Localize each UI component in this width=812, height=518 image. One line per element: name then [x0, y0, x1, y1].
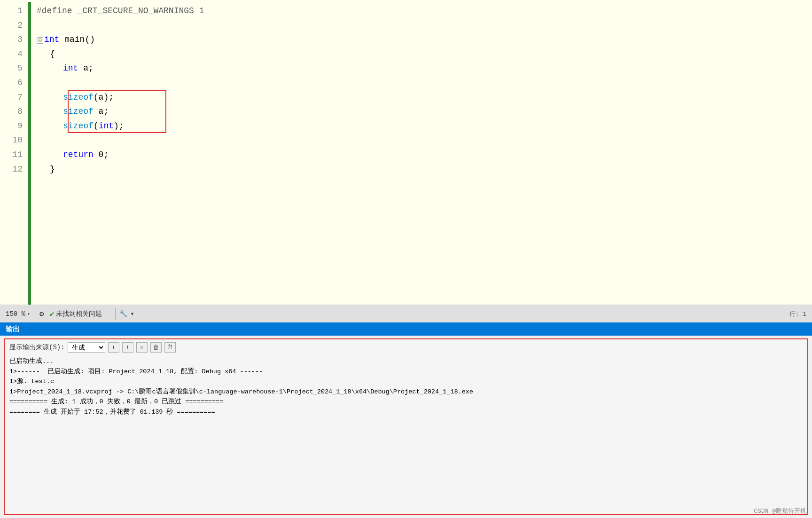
- output-body: 显示输出来源(S): 生成 ⬆ ⬇ ≡ 🗑 ⏱ 已启动生成... 1>-----…: [4, 338, 808, 515]
- output-clear-btn[interactable]: 🗑: [150, 342, 162, 353]
- row-indicator: 行: 1: [789, 310, 806, 318]
- output-panel: 输出 显示输出来源(S): 生成 ⬆ ⬇ ≡ 🗑 ⏱ 已启动生成... 1>--…: [0, 322, 812, 518]
- code-line-1: #define _CRT_SECURE_NO_WARNINGS 1: [37, 4, 812, 18]
- code-token: int: [63, 61, 78, 76]
- code-line-3: ⊟int main(): [37, 32, 812, 47]
- settings-icon[interactable]: ⚙: [39, 309, 44, 319]
- zoom-value: 150 %: [6, 310, 25, 318]
- output-wrap-btn[interactable]: ≡: [136, 342, 148, 353]
- code-token: a;: [94, 104, 109, 119]
- code-line-5: int a;: [37, 61, 812, 76]
- check-icon: ✔: [50, 309, 55, 319]
- output-title: 输出: [6, 325, 20, 334]
- code-line-10: [37, 133, 812, 148]
- code-token: 0;: [94, 148, 109, 162]
- watermark: CSDN @睡觉待开机: [754, 507, 806, 515]
- code-token: int: [44, 32, 59, 47]
- code-token: int: [99, 119, 114, 133]
- code-line-7: sizeof(a);: [37, 90, 812, 105]
- code-token: );: [114, 119, 124, 133]
- output-header: 输出: [0, 322, 812, 336]
- code-token: }: [50, 162, 55, 177]
- zoom-control[interactable]: 150 % ▾: [6, 310, 30, 318]
- output-line-4: 1>Project_2024_1_18.vcxproj -> C:\鹏哥c语言署…: [9, 387, 803, 397]
- output-line-2: 1>------ 已启动生成: 项目: Project_2024_1_18, 配…: [9, 367, 803, 377]
- collapse-icon[interactable]: ⊟: [37, 37, 43, 44]
- green-bar: [28, 2, 31, 305]
- code-token: sizeof: [63, 104, 94, 119]
- output-scroll-up-btn[interactable]: ⬆: [108, 342, 119, 353]
- output-toolbar: 显示输出来源(S): 生成 ⬆ ⬇ ≡ 🗑 ⏱: [9, 342, 803, 353]
- status-divider: [115, 308, 116, 320]
- code-content: #define _CRT_SECURE_NO_WARNINGS 1 ⊟int m…: [31, 2, 812, 305]
- code-line-8: sizeof a;: [37, 104, 812, 119]
- output-line-1: 已启动生成...: [9, 356, 803, 367]
- code-token: sizeof: [63, 90, 94, 105]
- output-source-select[interactable]: 生成: [68, 342, 105, 353]
- code-editor: 1 2 3 4 5 6 7 8 9 10 11 12 #define _CRT_…: [0, 0, 812, 305]
- zoom-dropdown-icon[interactable]: ▾: [27, 311, 30, 317]
- code-line-4: {: [37, 47, 812, 62]
- output-line-5: ========== 生成: 1 成功，0 失败，0 最新，0 已跳过 ====…: [9, 397, 803, 407]
- output-time-btn[interactable]: ⏱: [164, 342, 176, 353]
- code-token: a;: [78, 61, 93, 76]
- output-source-label: 显示输出来源(S):: [9, 343, 65, 352]
- code-token: return: [63, 148, 94, 162]
- code-token: {: [50, 47, 55, 62]
- tools-icon: 🔧: [119, 310, 127, 318]
- code-token: (: [94, 119, 99, 133]
- code-token: (a);: [94, 90, 114, 105]
- output-scroll-down-btn[interactable]: ⬇: [122, 342, 133, 353]
- code-line-6: [37, 76, 812, 90]
- no-issues-label: 未找到相关问题: [56, 310, 102, 318]
- code-line-9: sizeof(int);: [37, 119, 812, 133]
- code-token: main(): [59, 32, 95, 47]
- code-line-12: }: [37, 162, 812, 177]
- code-line-11: return 0;: [37, 148, 812, 162]
- code-token: #define _CRT_SECURE_NO_WARNINGS 1: [37, 4, 204, 18]
- tools-menu[interactable]: 🔧 ▾: [119, 310, 134, 318]
- tools-dropdown-icon[interactable]: ▾: [130, 310, 134, 318]
- status-bar: 150 % ▾ ⚙ ✔ 未找到相关问题 🔧 ▾ 行: 1: [0, 305, 812, 322]
- output-line-6: ======== 生成 开始于 17:52，并花费了 01.139 秒 ====…: [9, 407, 803, 417]
- output-line-3: 1>源. test.c: [9, 377, 803, 387]
- code-line-2: [37, 18, 812, 33]
- line-numbers: 1 2 3 4 5 6 7 8 9 10 11 12: [0, 2, 28, 305]
- output-text: 已启动生成... 1>------ 已启动生成: 项目: Project_202…: [9, 356, 803, 417]
- code-token: sizeof: [63, 119, 94, 133]
